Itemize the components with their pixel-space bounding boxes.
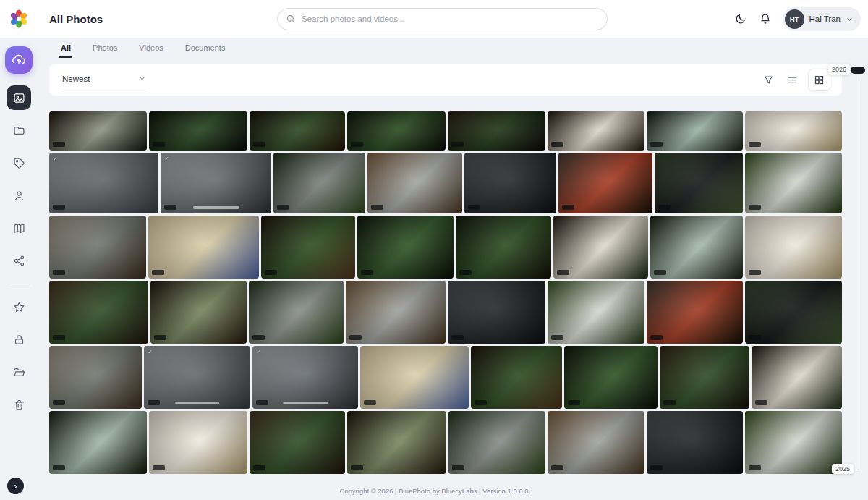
sidebar-item-trash[interactable] (7, 392, 31, 417)
sidebar-divider (8, 284, 30, 284)
scrubber-handle[interactable] (851, 67, 865, 74)
photo-thumbnail[interactable] (745, 111, 842, 151)
video-duration-badge (459, 270, 472, 275)
video-duration-badge (265, 270, 277, 275)
photo-grid-row: ✓✓ (49, 153, 842, 213)
selected-check-icon: ✓ (148, 349, 153, 355)
photo-thumbnail[interactable]: ✓ (144, 346, 250, 409)
video-duration-badge (663, 400, 676, 405)
photo-thumbnail[interactable] (360, 346, 468, 409)
photo-grid-row (49, 411, 842, 474)
photo-thumbnail[interactable] (49, 281, 148, 344)
sidebar-item-favorites[interactable] (7, 295, 31, 319)
sidebar-item-upload[interactable] (5, 46, 33, 74)
photo-thumbnail[interactable] (558, 153, 652, 213)
photo-thumbnail[interactable] (650, 216, 743, 279)
photo-thumbnail[interactable] (745, 153, 842, 213)
photo-thumbnail[interactable] (745, 281, 842, 344)
video-duration-badge (755, 400, 767, 405)
timeline-scrubber[interactable]: 2026 2025 (842, 0, 868, 500)
photo-thumbnail[interactable] (367, 153, 461, 213)
photo-thumbnail[interactable] (346, 281, 445, 344)
folder-open-icon (13, 366, 25, 378)
photo-thumbnail[interactable] (647, 111, 743, 151)
sidebar-item-shared[interactable] (7, 248, 31, 273)
chevron-down-icon (138, 75, 146, 82)
photo-icon (13, 92, 25, 104)
sidebar-item-places[interactable] (7, 216, 31, 240)
sidebar-item-locked[interactable] (7, 327, 31, 352)
photo-thumbnail[interactable] (149, 411, 247, 474)
sidebar-item-people[interactable] (7, 183, 31, 208)
photo-thumbnail[interactable] (745, 216, 842, 279)
photo-thumbnail[interactable] (49, 111, 147, 151)
photo-thumbnail[interactable] (752, 346, 842, 409)
notifications-button[interactable] (758, 12, 773, 26)
user-name: Hai Tran (809, 14, 841, 23)
video-duration-badge (551, 465, 563, 470)
photo-thumbnail[interactable] (548, 111, 644, 151)
photo-thumbnail[interactable] (471, 346, 562, 409)
sidebar-item-archive[interactable] (7, 360, 31, 384)
photo-thumbnail[interactable] (148, 216, 259, 279)
photo-thumbnail[interactable] (347, 411, 446, 474)
photo-thumbnail[interactable] (347, 111, 445, 151)
photo-thumbnail[interactable] (647, 411, 743, 474)
photo-thumbnail[interactable] (564, 346, 658, 409)
photo-thumbnail[interactable] (357, 216, 453, 279)
photo-thumbnail[interactable] (150, 281, 247, 344)
photo-thumbnail[interactable] (149, 111, 247, 151)
tab-documents[interactable]: Documents (184, 43, 227, 58)
photo-thumbnail[interactable] (553, 216, 648, 279)
timeline-year-bottom: 2025 (832, 464, 854, 474)
photo-thumbnail[interactable] (660, 346, 749, 409)
sidebar-item-all-photos[interactable] (7, 85, 31, 110)
photo-thumbnail[interactable] (647, 281, 743, 344)
grid-view-button[interactable] (808, 69, 830, 91)
photo-thumbnail[interactable] (49, 216, 146, 279)
tab-all[interactable]: All (59, 43, 72, 58)
photo-thumbnail[interactable] (745, 411, 842, 474)
video-duration-badge (152, 270, 164, 275)
photo-thumbnail[interactable] (548, 411, 644, 474)
photo-thumbnail[interactable] (250, 111, 345, 151)
list-view-button[interactable] (784, 72, 801, 88)
photo-thumbnail[interactable] (249, 281, 344, 344)
photo-thumbnail[interactable] (49, 411, 147, 474)
photo-thumbnail[interactable] (448, 281, 545, 344)
sidebar-item-tags[interactable] (7, 151, 31, 175)
photo-thumbnail[interactable] (456, 216, 551, 279)
photo-thumbnail[interactable] (655, 153, 743, 213)
video-duration-badge (749, 270, 761, 275)
video-duration-badge (252, 335, 265, 340)
toolbar: Newest (49, 64, 842, 96)
photo-grid: ✓✓✓✓ (49, 111, 842, 474)
dark-mode-toggle[interactable] (733, 12, 748, 26)
photo-thumbnail[interactable] (448, 111, 545, 151)
photo-thumbnail[interactable] (250, 411, 345, 474)
video-duration-badge (475, 400, 487, 405)
photo-thumbnail[interactable] (548, 281, 644, 344)
search-bar[interactable] (277, 8, 608, 30)
search-input[interactable] (302, 14, 598, 23)
photo-thumbnail[interactable] (464, 153, 556, 213)
photo-thumbnail[interactable]: ✓ (49, 153, 158, 213)
tab-videos[interactable]: Videos (137, 43, 164, 58)
video-duration-badge (148, 400, 160, 405)
photo-thumbnail[interactable]: ✓ (252, 346, 358, 409)
photo-thumbnail[interactable] (273, 153, 365, 213)
photo-thumbnail[interactable] (448, 411, 545, 474)
video-duration-badge (654, 270, 666, 275)
sidebar-item-folders[interactable] (7, 118, 31, 143)
app-logo-icon (9, 9, 29, 29)
sort-dropdown[interactable]: Newest (61, 72, 148, 88)
footer: Copyright © 2026 | BluePhoto by BluecyLa… (0, 481, 868, 500)
tab-photos[interactable]: Photos (91, 43, 119, 58)
photo-thumbnail[interactable]: ✓ (161, 153, 271, 213)
photo-thumbnail[interactable] (49, 346, 142, 409)
video-duration-badge (749, 205, 761, 210)
filter-button[interactable] (760, 72, 777, 88)
search-icon (286, 14, 296, 24)
photo-thumbnail[interactable] (261, 216, 355, 279)
video-duration-badge (53, 400, 65, 405)
